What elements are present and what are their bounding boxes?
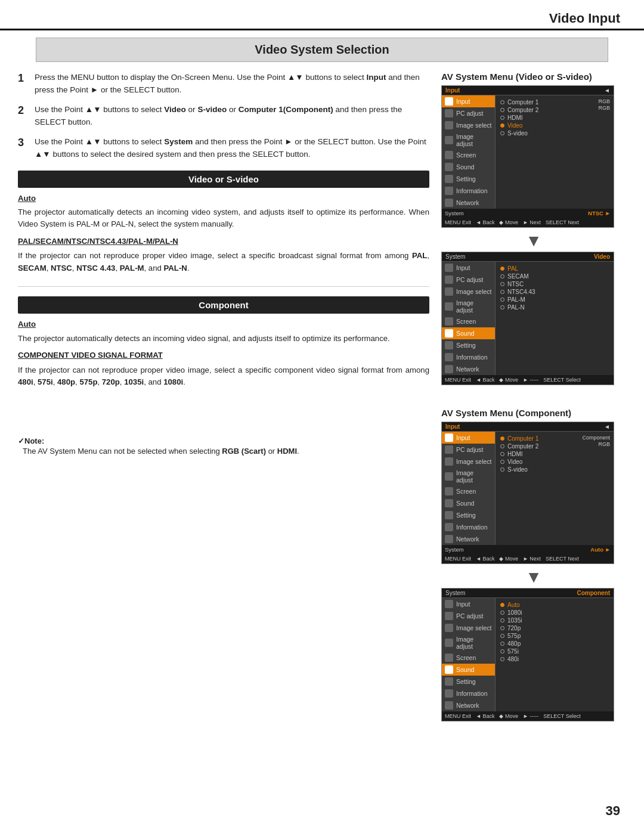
imageadjust-icon-3: [445, 472, 453, 481]
page-header: Video Input: [0, 0, 644, 30]
setting-icon-2: [445, 341, 453, 349]
sidebar-screen-4: Screen: [442, 652, 495, 664]
radio-computer2-c: [500, 444, 504, 448]
imageselect-icon-4: [445, 624, 453, 632]
info-icon-3: [445, 523, 453, 531]
menu-content-4: Auto 1080i 1035i 720p 575p 480p 575i 480…: [496, 598, 614, 711]
component-section: Component Auto The projector automatical…: [18, 296, 429, 388]
menu-bottom-bar-1: MENU Exit ◄ Back ◆ Move ► Next SELECT Ne…: [442, 218, 614, 227]
right-label-comp2: RGB: [598, 105, 610, 111]
network-icon-1: [445, 199, 453, 207]
sidebar-pcadjust-3: PC adjust: [442, 444, 495, 456]
setting-icon-3: [445, 511, 453, 519]
step-text-1: Press the MENU button to display the On-…: [35, 72, 429, 97]
sidebar-imageselect-2: Image select: [442, 286, 495, 298]
setting-icon-4: [445, 677, 453, 686]
step-number-2: 2: [18, 104, 29, 117]
arrow-down-2: ▼: [441, 569, 626, 586]
info-icon-2: [445, 353, 453, 361]
sidebar-pcadjust-1: PC adjust: [442, 107, 495, 119]
sidebar-imageadjust-4: Image adjust: [442, 634, 495, 652]
menu-content-2: PAL SECAM NTSC NTSC4.43 PAL-M PAL-N: [496, 262, 614, 375]
opt-480p: 480p: [499, 640, 610, 648]
main-content: 1 Press the MENU button to display the O…: [0, 62, 644, 726]
menu-inner-3: Input PC adjust Image select Image adjus…: [442, 432, 614, 545]
menu-bottom-bar-4: MENU Exit ◄ Back ◆ Move ► ----- SELECT S…: [442, 711, 614, 721]
opt-ntsc443: NTSC4.43: [499, 288, 610, 296]
opt-480i: 480i: [499, 655, 610, 663]
pal-text: If the projector can not reproduce prope…: [18, 250, 429, 274]
sidebar-imageadjust-3: Image adjust: [442, 467, 495, 485]
sidebar-sound-2: Sound: [442, 327, 495, 339]
imageselect-icon-2: [445, 287, 453, 296]
menu-inner-2: Input PC adjust Image select Image adjus…: [442, 262, 614, 375]
sidebar-setting-3: Setting: [442, 509, 495, 521]
sidebar-input-3: Input: [442, 432, 495, 444]
sidebar-information-1: Information: [442, 185, 495, 197]
opt-1080i: 1080i: [499, 609, 610, 617]
sidebar-sound-1: Sound: [442, 161, 495, 173]
radio-svideo: [500, 131, 504, 135]
component-signal-title: COMPONENT VIDEO SIGNAL FORMAT: [18, 351, 163, 360]
menu-system-row-1: System NTSC ►: [442, 209, 614, 218]
sidebar-information-3: Information: [442, 521, 495, 533]
menu-sidebar-4: Input PC adjust Image select Image adjus…: [442, 598, 496, 711]
pcadjust-icon-4: [445, 612, 453, 620]
input-icon-4: [445, 600, 453, 608]
radio-palm: [500, 298, 504, 302]
menu-title-header-3: Input ◄: [442, 422, 614, 432]
opt-svideo-c: S-video: [499, 466, 610, 473]
step-1: 1 Press the MENU button to display the O…: [18, 72, 429, 97]
auto-text-component: The projector automatically detects an i…: [18, 333, 429, 345]
sound-icon-1: [445, 163, 453, 171]
radio-secam: [500, 274, 504, 278]
sidebar-setting-4: Setting: [442, 676, 495, 688]
menu-system-row-3: System Auto ►: [442, 545, 614, 554]
sidebar-sound-4: Sound: [442, 664, 495, 676]
auto-title-component: Auto: [18, 318, 429, 330]
menu-screenshot-component-input: Input ◄ Input PC adjust Image select Ima…: [441, 422, 614, 564]
note-title: ✓Note:: [18, 436, 44, 445]
sidebar-sound-3: Sound: [442, 497, 495, 509]
section-divider: [18, 286, 429, 287]
step-3: 3 Use the Point ▲▼ buttons to select Sys…: [18, 136, 429, 161]
opt-auto-cs: Auto: [499, 601, 610, 609]
component-signal-text: If the projector can not reproduce prope…: [18, 364, 429, 389]
radio-paln: [500, 305, 504, 309]
pcadjust-icon-1: [445, 109, 453, 117]
component-subsection-bar: Component: [18, 296, 429, 314]
right-column: AV System Menu (Video or S-video) Input …: [441, 62, 626, 726]
sidebar-imageadjust-2: Image adjust: [442, 298, 495, 315]
opt-palm: PAL-M: [499, 296, 610, 304]
right-label-comp1: RGB: [598, 98, 610, 104]
opt-720p: 720p: [499, 624, 610, 632]
opt-video-c: Video: [499, 458, 610, 466]
opt-computer1: Computer 1: [499, 98, 610, 106]
auto-text-video: The projector automatically detects an i…: [18, 206, 429, 231]
imageadjust-icon-1: [445, 136, 453, 144]
note-section: ✓Note: The AV System Menu can not be sel…: [18, 436, 429, 457]
menu-inner-4: Input PC adjust Image select Image adjus…: [442, 598, 614, 711]
radio-480i: [500, 657, 504, 661]
pal-title: PAL/SECAM/NTSC/NTSC4.43/PAL-M/PAL-N: [18, 237, 178, 246]
component-subsection-content: Auto The projector automatically detects…: [18, 318, 429, 388]
opt-ntsc: NTSC: [499, 280, 610, 288]
imageadjust-icon-4: [445, 639, 453, 647]
sidebar-setting-2: Setting: [442, 339, 495, 351]
pcadjust-icon-2: [445, 275, 453, 284]
sidebar-input-2: Input: [442, 262, 495, 274]
opt-hdmi-c: HDMI: [499, 450, 610, 458]
radio-pal: [500, 267, 504, 271]
menu-bottom-bar-2: MENU Exit ◄ Back ◆ Move ► ----- SELECT S…: [442, 375, 614, 385]
opt-hdmi: HDMI: [499, 114, 610, 122]
radio-hdmi: [500, 116, 504, 120]
sidebar-pcadjust-4: PC adjust: [442, 610, 495, 622]
av-menu-component-title: AV System Menu (Component): [441, 408, 626, 418]
opt-secam: SECAM: [499, 272, 610, 280]
sound-icon-4: [445, 665, 453, 674]
screen-icon-3: [445, 487, 453, 496]
menu-title-header-2: System Video: [442, 252, 614, 262]
sidebar-imageselect-4: Image select: [442, 622, 495, 634]
menu-title-header-1: Input ◄: [442, 86, 614, 95]
radio-720p: [500, 626, 504, 630]
